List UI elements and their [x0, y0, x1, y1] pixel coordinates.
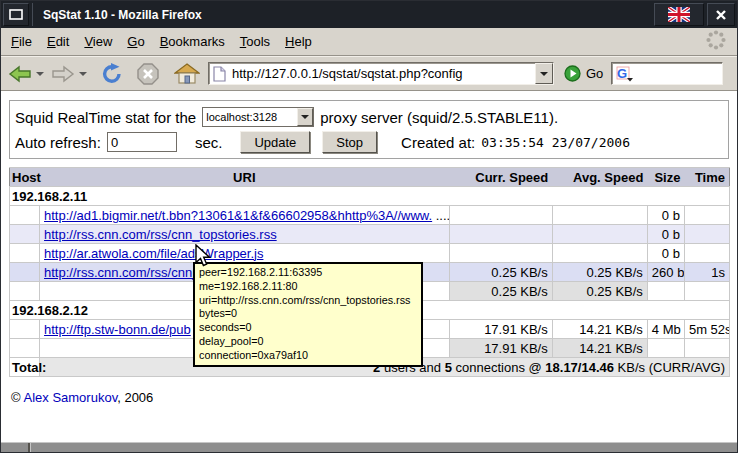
size-cell: 0 b [647, 244, 684, 263]
table-header-row: HostURICurr. SpeedAvg. SpeedSizeTime [10, 168, 730, 187]
uri-cell: http://rss.cnn.com/rss/cnn_topstories.rs… [40, 225, 450, 244]
navigation-toolbar: Go G [1, 56, 737, 91]
time-cell: 5m 52s [684, 320, 729, 339]
auto-refresh-label: Auto refresh: [15, 134, 101, 151]
column-header-time: Time [684, 168, 729, 187]
forward-history-dropdown[interactable] [79, 72, 87, 76]
sec-label: sec. [195, 134, 223, 151]
title-bar: SqStat 1.10 - Mozilla Firefox [1, 1, 737, 28]
tooltip-line: bytes=0 [199, 307, 417, 321]
size-cell: 0 b [647, 225, 684, 244]
uri-link[interactable]: http://ftp.stw-bonn.de/pub [44, 322, 191, 337]
stop-refresh-button[interactable]: Stop [322, 131, 377, 153]
back-history-dropdown[interactable] [36, 72, 44, 76]
created-at-value: 03:35:54 23/07/2006 [481, 135, 630, 150]
avg-speed-cell [552, 225, 647, 244]
created-at-label: Created at: [401, 134, 475, 151]
uri-cell: http://ar.atwola.com/file/adsWrapper.js [40, 244, 450, 263]
size-cell [647, 282, 684, 301]
page-content: Squid RealTime stat for the localhost:31… [1, 91, 737, 442]
browser-window: SqStat 1.10 - Mozilla Firefox FileEditVi… [0, 0, 738, 453]
url-input[interactable] [230, 66, 535, 81]
go-label: Go [586, 66, 603, 81]
throbber-icon [705, 29, 727, 54]
reload-button[interactable] [98, 60, 126, 88]
uri-cell: http://ad1.bigmir.net/t.bbn?13061&1&f&66… [40, 206, 450, 225]
column-header-uri: URI [40, 168, 450, 187]
tooltip-line: me=192.168.2.11:80 [199, 280, 417, 294]
proxy-select-value: localhost:3128 [203, 111, 297, 123]
home-button[interactable] [172, 60, 202, 88]
resize-grip[interactable] [1, 443, 30, 452]
curr-speed-cell: 0.25 KB/s [449, 263, 552, 282]
home-icon [174, 62, 200, 86]
go-button[interactable]: Go [564, 65, 603, 82]
indent-cell [10, 320, 40, 339]
indent-cell [10, 225, 40, 244]
proxy-select-arrow[interactable] [297, 108, 313, 126]
tooltip-line: connection=0xa79af10 [199, 349, 417, 363]
total-text: KB/s (CURR/AVG) [614, 360, 725, 375]
close-icon [715, 9, 727, 21]
subtotal-curr-speed: 17.91 KB/s [449, 339, 552, 358]
subtotal-avg-speed: 0.25 KB/s [552, 282, 647, 301]
page-footer: © Alex Samorukov, 2006 [11, 390, 737, 405]
keyboard-layout-button[interactable] [654, 3, 704, 26]
curr-speed-cell: 17.91 KB/s [449, 320, 552, 339]
host-address: 192.168.2.11 [10, 187, 730, 206]
column-header-size: Size [647, 168, 684, 187]
tooltip-line: delay_pool=0 [199, 335, 417, 349]
copyright-prefix: © [11, 390, 23, 405]
chevron-down-icon [540, 72, 548, 76]
auto-refresh-input[interactable] [107, 132, 177, 152]
time-cell [684, 282, 729, 301]
avg-speed-cell: 0.25 KB/s [552, 263, 647, 282]
search-input[interactable]: G [611, 62, 723, 85]
total-speed: 18.17/14.46 [545, 360, 614, 375]
proxy-title-prefix: Squid RealTime stat for the [15, 109, 196, 126]
column-header-curr-speed: Curr. Speed [449, 168, 552, 187]
total-connections: 5 [445, 360, 452, 375]
window-menu-button[interactable] [3, 3, 29, 26]
stop-button[interactable] [134, 60, 162, 88]
indent-cell [10, 282, 40, 301]
menu-edit[interactable]: Edit [47, 34, 69, 49]
menu-go[interactable]: Go [127, 34, 144, 49]
curr-speed-cell [449, 206, 552, 225]
reload-icon [100, 62, 124, 86]
avg-speed-cell [552, 244, 647, 263]
curr-speed-cell [449, 225, 552, 244]
uri-link[interactable]: http://ad1.bigmir.net/t.bbn?13061&1&f&66… [44, 208, 432, 223]
menu-help[interactable]: Help [285, 34, 312, 49]
subtotal-avg-speed: 14.21 KB/s [552, 339, 647, 358]
tooltip-line: uri=http://rss.cnn.com/rss/cnn_topstorie… [199, 294, 417, 308]
back-button[interactable] [6, 61, 34, 87]
menu-view[interactable]: View [84, 34, 112, 49]
menu-bookmarks[interactable]: Bookmarks [160, 34, 225, 49]
uri-link[interactable]: http://ar.atwola.com/file/adsWrapper.js [44, 246, 263, 261]
host-row: 192.168.2.11 [10, 187, 730, 206]
time-cell: 1s [684, 263, 729, 282]
total-label: Total: [10, 358, 40, 377]
uri-link[interactable]: http://rss.cnn.com/rss/cnn_topstories.rs… [44, 227, 277, 242]
total-text: connections @ [452, 360, 545, 375]
update-button[interactable]: Update [240, 131, 310, 153]
menu-file[interactable]: File [11, 34, 32, 49]
author-link[interactable]: Alex Samorukov [23, 390, 117, 405]
url-dropdown-button[interactable] [535, 63, 553, 84]
proxy-select[interactable]: localhost:3128 [202, 107, 314, 127]
forward-button[interactable] [49, 61, 77, 87]
connection-row: http://ad1.bigmir.net/t.bbn?13061&1&f&66… [10, 206, 730, 225]
close-window-button[interactable] [707, 3, 735, 26]
forward-icon [51, 63, 75, 85]
time-cell [684, 206, 729, 225]
window-icon [9, 9, 23, 20]
proxy-title-suffix: proxy server (squid/2.5.STABLE11). [320, 109, 558, 126]
menu-bar-items: FileEditViewGoBookmarksToolsHelp [11, 34, 327, 49]
window-bottom-bar [1, 442, 737, 452]
menu-bar: FileEditViewGoBookmarksToolsHelp [1, 28, 737, 56]
menu-tools[interactable]: Tools [240, 34, 270, 49]
indent-cell [10, 339, 40, 358]
proxy-title-line: Squid RealTime stat for the localhost:31… [15, 105, 723, 129]
go-icon [564, 65, 581, 82]
